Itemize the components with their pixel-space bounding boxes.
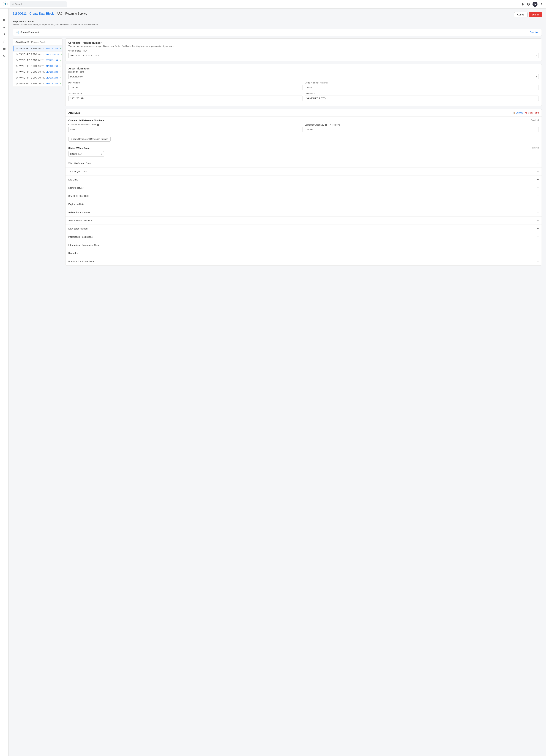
description-input[interactable]	[304, 96, 539, 101]
bell-icon	[521, 3, 524, 6]
expand-row[interactable]: Airline Stock Number +	[66, 208, 542, 217]
notifications-button[interactable]	[521, 3, 524, 6]
search-bar[interactable]	[10, 1, 67, 7]
expand-row[interactable]: Expiration Date +	[66, 200, 542, 208]
expand-row[interactable]: Lot / Batch Number +	[66, 225, 542, 233]
avatar[interactable]: BA	[533, 2, 537, 7]
copy-to-button[interactable]: 📋 Copy to	[512, 112, 523, 114]
account-button[interactable]	[540, 3, 543, 6]
asset-item[interactable]: ⚙ VANE HPT, 2 STG 2A9721 51342351232 ✓	[13, 81, 62, 87]
step-title: Step 3 of 4 - Details	[13, 20, 542, 23]
asset-item-content: VANE HPT, 2 STG 2A9721 51342351233 ✓	[19, 76, 62, 79]
model-number-label: Model Number - Optional	[304, 82, 539, 84]
asset-item-check: ✓	[59, 71, 62, 73]
submit-button[interactable]: Submit	[529, 12, 542, 17]
status-required-badge: Required	[531, 147, 539, 149]
asset-item[interactable]: ⚙ VANE HPT, 2 STG 2A9721 51342351233 ✓	[13, 75, 62, 81]
source-doc-left: 📄 Source Document	[15, 31, 39, 34]
asset-item[interactable]: ⚙ VANE HPT, 2 STG 2A9721 23512351324 ✓	[13, 46, 62, 52]
status-work-title: Status / Work Code	[68, 147, 90, 149]
asset-item-name: VANE HPT, 2 STG	[19, 53, 37, 56]
svg-rect-3	[3, 19, 4, 20]
clear-form-button[interactable]: 🗑 Clear Form	[525, 112, 539, 114]
breadcrumb-link-2[interactable]: Create Data Block	[29, 12, 54, 15]
nav-icons: BA	[521, 2, 543, 7]
download-link[interactable]: Download	[530, 31, 539, 34]
asset-item-content: VANE HPT, 2 STG 2A9721 312351234123 ✓	[19, 53, 63, 56]
cert-tracking-body: Certificate Tracking Number You can use …	[66, 39, 542, 61]
customer-id-input[interactable]	[68, 127, 302, 132]
asset-info-card: Asset Information Display on Form Part N…	[65, 64, 542, 106]
part-model-row: Part Number Model Number - Optional	[68, 82, 539, 90]
expand-plus-icon: +	[537, 243, 539, 247]
help-button[interactable]	[527, 3, 530, 6]
asset-item[interactable]: ⚙ VANE HPT, 2 STG 2A9721 23512351234 ✓	[13, 57, 62, 63]
svg-point-1	[12, 3, 13, 5]
customer-order-input[interactable]	[304, 127, 539, 132]
part-number-input[interactable]	[68, 85, 302, 90]
expand-plus-icon: +	[537, 161, 539, 165]
model-number-input[interactable]	[304, 85, 539, 90]
faa-input[interactable]	[68, 53, 539, 58]
doc-icon: 📄	[15, 31, 19, 34]
display-form-select-wrapper: Part Number Serial Number Description ▾	[68, 74, 539, 79]
expand-row[interactable]: Previous Certificate Data +	[66, 257, 542, 266]
expand-row[interactable]: International Commodity Code +	[66, 241, 542, 249]
required-badge: Required	[531, 119, 539, 121]
expand-row[interactable]: Part Usage Restrictions +	[66, 233, 542, 241]
display-form-group: Display on Form Part Number Serial Numbe…	[68, 71, 539, 79]
asset-panel: Asset List 15 / 15 Assets Ready ⚙ VANE H…	[13, 38, 63, 87]
sidebar-item-folder[interactable]	[1, 45, 7, 52]
expand-row[interactable]: Remote Issuer +	[66, 184, 542, 192]
sidebar-item-flight[interactable]: ✈	[1, 24, 7, 31]
asset-item-icon: ⚙	[16, 71, 18, 73]
breadcrumb-sep-1: ›	[28, 12, 28, 15]
sidebar-item-dashboard[interactable]	[1, 17, 7, 23]
cert-tracking-title: Certificate Tracking Number	[68, 41, 539, 44]
sidebar: + ✈ ⚙	[0, 9, 9, 756]
page-header: 6190CG11 › Create Data Block › ARC - Ret…	[13, 12, 542, 17]
expand-row[interactable]: Shelf Life Start Date +	[66, 192, 542, 200]
asset-item-icon: ⚙	[16, 53, 18, 56]
expand-row[interactable]: Airworthiness Deviation +	[66, 217, 542, 225]
asset-item-name: VANE HPT, 2 STG	[19, 65, 37, 67]
search-input[interactable]	[15, 3, 65, 6]
breadcrumb: 6190CG11 › Create Data Block › ARC - Ret…	[13, 12, 87, 15]
expand-row[interactable]: Remarks +	[66, 249, 542, 257]
cancel-button[interactable]: Cancel	[514, 12, 527, 17]
arc-data-card: ARC Data 📋 Copy to 🗑 Clear Form	[65, 109, 542, 266]
search-icon	[12, 3, 14, 5]
commercial-ref-header: Commercial Reference Numbers Required	[68, 119, 539, 122]
status-select-wrapper: MODIFIED REPAIRED OVERHAULED INSPECTED N…	[68, 151, 104, 157]
expandable-sections: Work Performed Data + Time / Cycle Data …	[66, 159, 542, 266]
expand-row[interactable]: Life Limit +	[66, 176, 542, 184]
asset-item[interactable]: ⚙ VANE HPT, 2 STG 2A9721 51342351234 ✓	[13, 69, 62, 75]
sidebar-item-settings[interactable]: ⚙	[1, 53, 7, 59]
description-col: Description	[304, 92, 539, 101]
expand-row[interactable]: Time / Cycle Data +	[66, 168, 542, 176]
serial-number-input[interactable]	[68, 96, 302, 101]
asset-panel-title: Asset List	[15, 41, 26, 43]
asset-item-pn: 2A9721	[38, 77, 45, 79]
expand-row-title: Work Performed Data	[68, 162, 91, 165]
display-form-select[interactable]: Part Number Serial Number Description	[68, 74, 539, 79]
remove-button[interactable]: ✕ Remove	[329, 123, 340, 126]
asset-item[interactable]: ⚙ VANE HPT, 2 STG 2A9721 51342351234 ✓	[13, 63, 62, 69]
status-select[interactable]: MODIFIED REPAIRED OVERHAULED INSPECTED N…	[68, 151, 104, 157]
asset-item-icon: ⚙	[16, 65, 18, 68]
asset-item[interactable]: ⚙ VANE HPT, 2 STG 2A9721 312351234123 ✓	[13, 52, 62, 57]
sidebar-item-tools[interactable]	[1, 31, 7, 38]
asset-item-content: VANE HPT, 2 STG 2A9721 23512351324 ✓	[19, 47, 62, 50]
part-number-label: Part Number	[68, 82, 302, 84]
svg-rect-4	[4, 19, 5, 20]
more-options-button[interactable]: + More Commercial Reference Options	[68, 137, 111, 142]
asset-item-pn: 2A9721	[38, 53, 45, 55]
sidebar-item-add[interactable]: +	[1, 10, 7, 16]
expand-row-title: Life Limit	[68, 178, 78, 181]
part-number-col: Part Number	[68, 82, 302, 90]
expand-row[interactable]: Work Performed Data +	[66, 159, 542, 168]
sidebar-item-transfer[interactable]	[1, 38, 7, 45]
step-description: Please provide asset detail, work perfor…	[13, 23, 542, 26]
breadcrumb-link-1[interactable]: 6190CG11	[13, 12, 26, 15]
faa-clear-button[interactable]: ✕	[535, 54, 537, 57]
